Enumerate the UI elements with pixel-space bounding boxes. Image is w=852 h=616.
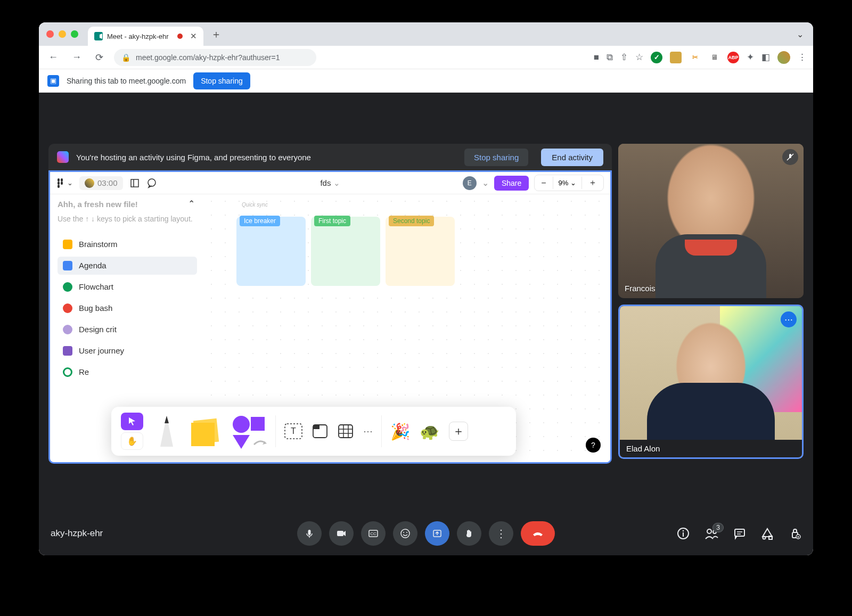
end-activity-button[interactable]: End activity <box>541 149 603 166</box>
hand-tool[interactable]: ✋ <box>121 432 143 450</box>
figma-menu-icon[interactable]: ⌄ <box>56 178 73 188</box>
table-tool[interactable] <box>338 424 354 439</box>
pen-icon <box>63 325 72 334</box>
extensions-puzzle-icon[interactable]: ✦ <box>747 52 754 63</box>
participant-tile-self[interactable]: ⋯ Elad Alon <box>618 305 804 459</box>
canvas-card-ice[interactable]: Ice breaker <box>236 217 306 286</box>
svg-point-33 <box>403 532 404 533</box>
template-userjourney[interactable]: User journey <box>58 342 197 360</box>
flowchart-icon <box>63 282 72 292</box>
window-controls <box>46 30 78 38</box>
collaborator-avatar[interactable]: E <box>463 176 477 190</box>
new-tab-button[interactable]: ＋ <box>211 27 222 42</box>
extension-icon[interactable]: ✓ <box>651 52 662 63</box>
stop-sharing-button[interactable]: Stop sharing <box>193 72 250 89</box>
extension-icon[interactable] <box>670 52 682 63</box>
template-brainstorm[interactable]: Brainstorm <box>58 235 197 253</box>
tab-strip: Meet - aky-hzpk-ehr ✕ ＋ ⌄ <box>39 22 813 46</box>
meeting-info-button[interactable] <box>677 527 690 540</box>
tabs-dropdown-icon[interactable]: ⌄ <box>797 29 804 39</box>
frame-tool-icon[interactable] <box>129 178 140 188</box>
extension-abp-icon[interactable]: ABP <box>727 52 739 63</box>
minimize-window-icon[interactable] <box>59 30 66 38</box>
more-tools-icon[interactable]: ⋯ <box>363 425 373 437</box>
doc-title-text: fds <box>320 178 331 187</box>
close-tab-icon[interactable]: ✕ <box>190 31 197 41</box>
activity-banner: You're hosting an activity using Figma, … <box>48 144 612 170</box>
share-icon[interactable]: ⇧ <box>620 52 628 63</box>
bookmark-star-icon[interactable]: ☆ <box>635 52 643 63</box>
card-label: Ice breaker <box>240 216 280 226</box>
more-options-button[interactable]: ⋮ <box>489 521 513 546</box>
fullscreen-window-icon[interactable] <box>71 30 78 38</box>
chevron-down-icon: ⌄ <box>333 178 340 187</box>
open-external-icon[interactable]: ⧉ <box>607 52 613 63</box>
template-more[interactable]: Re <box>58 363 197 381</box>
back-button[interactable]: ← <box>45 50 61 65</box>
figma-share-button[interactable]: Share <box>494 176 529 191</box>
template-designcrit[interactable]: Design crit <box>58 321 197 339</box>
svg-rect-41 <box>735 529 744 536</box>
video-feed <box>620 306 802 457</box>
chevron-down-icon[interactable]: ⌄ <box>482 178 489 188</box>
captions-button[interactable]: CC <box>361 521 386 546</box>
host-controls-button[interactable]: ✦ <box>789 527 801 540</box>
timer-widget[interactable]: 03:00 <box>79 176 123 190</box>
panel-hint: Use the ↑ ↓ keys to pick a starting layo… <box>58 214 197 225</box>
zoom-out-button[interactable]: − <box>535 176 552 190</box>
comment-tool-icon[interactable] <box>146 178 157 188</box>
extension-scissors-icon[interactable]: ✂ <box>689 52 701 63</box>
activities-button[interactable] <box>761 527 774 540</box>
help-button[interactable]: ? <box>586 438 601 453</box>
svg-rect-5 <box>61 182 63 185</box>
profile-avatar[interactable] <box>777 51 790 64</box>
participant-tile[interactable]: Francois <box>618 144 804 298</box>
svg-rect-13 <box>191 423 215 446</box>
figma-embed: ⌄ 03:00 fds ⌄ E ⌄ Share − 9% ⌄ ＋ <box>48 170 612 464</box>
document-title[interactable]: fds ⌄ <box>320 178 340 188</box>
figjam-toolbar: ✋ T ⋯ 🎉 🐢 ＋ <box>111 407 516 456</box>
zoom-in-button[interactable]: ＋ <box>582 175 603 191</box>
section-tool[interactable] <box>312 424 328 439</box>
canvas-card-second[interactable]: Second topic <box>386 217 455 286</box>
sticker-tool[interactable]: 🐢 <box>420 422 439 441</box>
forward-button[interactable]: → <box>69 50 85 65</box>
svg-rect-22 <box>339 425 353 438</box>
browser-menu-icon[interactable]: ⋮ <box>798 52 807 63</box>
present-button[interactable] <box>425 521 449 546</box>
canvas-card-first[interactable]: First topic <box>311 217 380 286</box>
end-call-button[interactable] <box>521 521 555 546</box>
raise-hand-button[interactable] <box>457 521 481 546</box>
collapse-panel-icon[interactable]: ⌃ <box>188 199 195 209</box>
add-widget-button[interactable]: ＋ <box>449 422 468 441</box>
shapes-tool[interactable] <box>230 413 267 450</box>
chat-button[interactable] <box>733 527 746 540</box>
sidepanel-icon[interactable]: ◧ <box>761 52 770 63</box>
text-tool[interactable]: T <box>284 423 302 439</box>
template-bugbash[interactable]: Bug bash <box>58 299 197 317</box>
figma-toolbar: ⌄ 03:00 fds ⌄ E ⌄ Share − 9% ⌄ ＋ <box>50 172 610 194</box>
extension-monitor-icon[interactable]: 🖥 <box>708 52 720 63</box>
reactions-button[interactable] <box>393 521 417 546</box>
browser-tab[interactable]: Meet - aky-hzpk-ehr ✕ <box>88 27 203 46</box>
people-button[interactable]: 3 <box>704 527 718 540</box>
close-window-icon[interactable] <box>46 30 54 38</box>
activity-stop-sharing-button[interactable]: Stop sharing <box>464 149 528 166</box>
camera-toggle-button[interactable] <box>329 521 354 546</box>
activity-text: You're hosting an activity using Figma, … <box>76 153 311 162</box>
svg-rect-21 <box>313 425 320 429</box>
url-input[interactable]: 🔒 meet.google.com/aky-hzpk-ehr?authuser=… <box>114 49 316 66</box>
zoom-value[interactable]: 9% ⌄ <box>553 177 582 189</box>
select-tool[interactable] <box>121 413 143 430</box>
template-flowchart[interactable]: Flowchart <box>58 278 197 296</box>
reload-button[interactable]: ⟳ <box>92 50 106 65</box>
template-agenda[interactable]: Agenda <box>58 257 197 275</box>
svg-marker-29 <box>343 531 346 536</box>
marker-tool[interactable] <box>155 413 178 450</box>
tile-more-icon[interactable]: ⋯ <box>781 311 797 327</box>
stamp-tool[interactable]: 🎉 <box>390 422 410 441</box>
camera-indicator-icon[interactable]: ■ <box>594 52 599 63</box>
bug-icon <box>63 303 72 313</box>
sticky-tool[interactable] <box>188 416 220 446</box>
mic-toggle-button[interactable] <box>297 521 322 546</box>
